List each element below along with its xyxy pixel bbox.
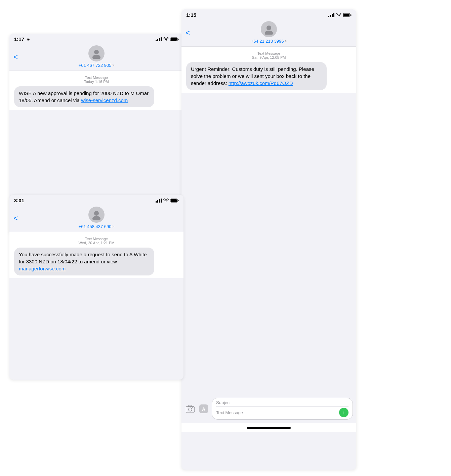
- svg-rect-14: [343, 14, 350, 16]
- back-button-3[interactable]: <: [13, 214, 18, 223]
- status-bar-2: 1:15: [181, 9, 356, 19]
- send-button[interactable]: ↑: [339, 408, 348, 417]
- message-bubble-3: You have successfully made a request to …: [14, 248, 154, 275]
- compose-area-2: A Subject Text Message ↑: [181, 395, 356, 423]
- status-time-3: 3:01: [14, 198, 24, 203]
- battery-icon-3: [170, 199, 179, 203]
- signal-icon-3: [156, 199, 162, 203]
- battery-icon: [170, 37, 179, 41]
- status-time-2: 1:15: [186, 12, 196, 18]
- svg-rect-6: [178, 39, 179, 40]
- text-message-row: Text Message ↑: [216, 408, 348, 417]
- avatar-1: [88, 45, 105, 61]
- message-meta-1: Text Message Today 1:16 PM: [14, 76, 179, 84]
- contact-number-1[interactable]: +61 467 722 905 >: [79, 63, 115, 68]
- sticker-button[interactable]: A: [198, 403, 209, 414]
- message-link-2[interactable]: http://awozuk.com/Pd67OZD: [229, 80, 293, 86]
- svg-rect-18: [186, 406, 195, 413]
- message-link-3[interactable]: managerforwise.com: [19, 266, 66, 271]
- svg-rect-26: [159, 199, 160, 203]
- message-meta-2: Text Message Sat, 9 Apr, 12:05 PM: [186, 51, 352, 59]
- back-button-1[interactable]: <: [13, 53, 18, 61]
- wifi-icon: [163, 37, 169, 41]
- subject-field[interactable]: Subject: [216, 400, 348, 407]
- svg-rect-9: [328, 16, 329, 17]
- message-bubble-2: Urgent Reminder: Customs duty is still p…: [186, 62, 327, 90]
- person-icon-3: [91, 209, 102, 220]
- svg-rect-15: [351, 14, 352, 16]
- svg-point-17: [265, 31, 273, 35]
- svg-point-7: [94, 50, 99, 54]
- svg-text:A: A: [202, 406, 205, 412]
- signal-icon-2: [328, 13, 334, 17]
- message-area-3: Text Message Wed, 20 Apr, 1:21 PM You ha…: [9, 232, 183, 278]
- nav-header-2: < +64 21 213 3996 >: [181, 19, 356, 47]
- nav-header-1: < +61 467 722 905 >: [9, 43, 183, 71]
- nav-header-3: < +61 458 437 690 >: [9, 205, 183, 232]
- wifi-icon-3: [163, 199, 169, 203]
- back-button-2[interactable]: <: [186, 29, 190, 37]
- location-icon: ✈: [27, 38, 30, 42]
- svg-rect-25: [157, 200, 158, 203]
- compose-input[interactable]: Subject Text Message ↑: [212, 398, 353, 420]
- appstore-icon: A: [199, 404, 208, 413]
- svg-point-32: [92, 216, 100, 220]
- camera-icon: [186, 405, 195, 413]
- status-icons-1: [156, 37, 179, 41]
- svg-point-21: [192, 407, 193, 408]
- message-bubble-1: WISE A new approval is pending for 2000 …: [14, 86, 154, 107]
- wifi-icon-2: [336, 13, 341, 17]
- person-icon-1: [91, 48, 102, 59]
- svg-point-16: [266, 26, 271, 30]
- status-bar-3: 3:01: [9, 195, 183, 205]
- svg-rect-12: [333, 13, 334, 17]
- message-link-1[interactable]: wise-servicenzd.com: [81, 97, 128, 103]
- home-indicator-area-2: [181, 423, 356, 432]
- contact-number-2[interactable]: +64 21 213 3996 >: [251, 39, 287, 44]
- message-meta-3: Text Message Wed, 20 Apr, 1:21 PM: [14, 237, 179, 245]
- svg-rect-30: [178, 200, 179, 201]
- svg-rect-10: [330, 15, 331, 17]
- svg-point-31: [94, 211, 99, 216]
- text-message-placeholder: Text Message: [216, 410, 243, 415]
- svg-rect-2: [159, 38, 160, 41]
- svg-rect-1: [157, 39, 158, 41]
- screen-2: 1:15 <: [181, 9, 356, 470]
- person-icon-2: [263, 24, 274, 35]
- message-area-1: Text Message Today 1:16 PM WISE A new ap…: [9, 71, 183, 110]
- battery-icon-2: [343, 13, 352, 17]
- chevron-icon-2: >: [285, 39, 287, 43]
- spacer-2: [181, 93, 356, 395]
- chevron-icon-3: >: [113, 225, 115, 228]
- contact-number-3[interactable]: +61 458 437 690 >: [79, 224, 115, 229]
- status-icons-3: [156, 199, 179, 203]
- status-time-1: 1:17 ✈: [14, 36, 30, 42]
- screen-3: 3:01 <: [9, 195, 183, 380]
- camera-button[interactable]: [185, 403, 196, 414]
- svg-rect-27: [161, 199, 162, 203]
- chevron-icon-1: >: [113, 63, 115, 67]
- svg-rect-5: [171, 38, 177, 41]
- svg-rect-24: [156, 201, 157, 203]
- status-icons-2: [328, 13, 352, 17]
- message-area-2: Text Message Sat, 9 Apr, 12:05 PM Urgent…: [181, 47, 356, 93]
- avatar-2: [261, 21, 277, 37]
- svg-rect-3: [161, 37, 162, 41]
- signal-icon: [156, 37, 162, 41]
- svg-point-19: [189, 408, 192, 411]
- svg-rect-0: [156, 40, 157, 41]
- status-bar-1: 1:17 ✈: [9, 34, 183, 43]
- svg-rect-29: [171, 199, 177, 202]
- avatar-3: [88, 207, 105, 223]
- svg-rect-11: [332, 14, 333, 17]
- svg-point-8: [92, 55, 100, 59]
- home-indicator-2: [247, 427, 291, 429]
